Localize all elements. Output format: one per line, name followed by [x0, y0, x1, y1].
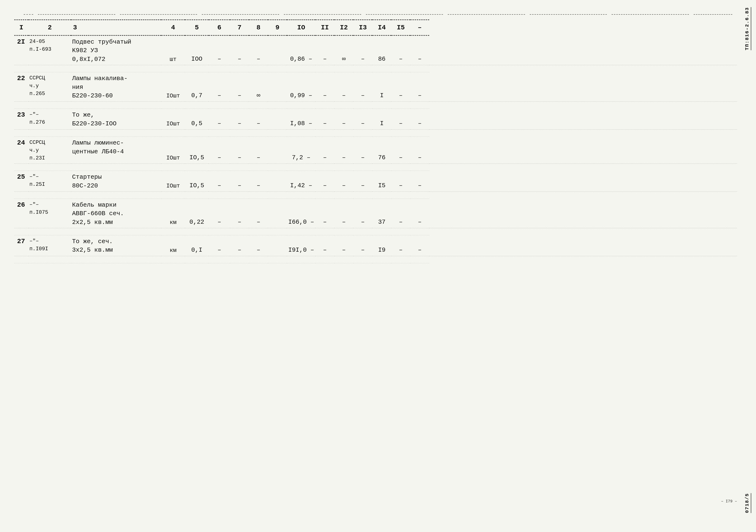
col-header-2: 2 [28, 20, 71, 36]
dash6 [366, 14, 443, 15]
table-row: 23–"–п.276То же,Б220-230-IOOIOшт0,5–––I,… [14, 109, 737, 130]
row-value-col4: 0,22 [185, 199, 209, 228]
col-header-1: I [14, 20, 28, 36]
row-unit: IOшт [161, 72, 185, 102]
row-value-col8 [268, 171, 287, 192]
row-value-col13: I9 [372, 235, 391, 256]
row-value-col5: – [209, 171, 230, 192]
row-value-col15: – [410, 171, 429, 192]
row-value-col15: – [410, 137, 429, 164]
col-header-8: 8 [249, 20, 268, 36]
row-value-col14: – [391, 199, 410, 228]
row-unit: IOшт [161, 137, 185, 164]
row-value-col5: – [209, 137, 230, 164]
row-last [429, 171, 737, 192]
col-header-9: 9 [268, 20, 287, 36]
col-header-4: 4 [161, 20, 185, 36]
row-value-col10: – [315, 199, 334, 228]
row-value-col12: – [353, 171, 372, 192]
row-value-col5: – [209, 199, 230, 228]
col-header-5: 5 [185, 20, 209, 36]
row-value-col10: – [315, 72, 334, 102]
row-value-col7: ∞ [249, 72, 268, 102]
spacer-row [14, 191, 737, 199]
row-value-col7: – [249, 109, 268, 130]
spacer-row [14, 164, 737, 171]
spacer-row [14, 102, 737, 109]
row-code: 24-05п.I-693 [28, 36, 71, 65]
col-header-10: IO [287, 20, 315, 36]
row-value-col12: – [353, 36, 372, 65]
row-last [429, 109, 737, 130]
row-value-col6: – [230, 36, 249, 65]
table-row: 2I24-05п.I-693Подвес трубчатыйK982 УЗ0,8… [14, 36, 737, 65]
row-value-col5: – [209, 109, 230, 130]
table-row: 25–"–п.25IСтартеры80С-220IOштIO,5–––I,42… [14, 171, 737, 192]
row-value-col13: 86 [372, 36, 391, 65]
row-unit: IOшт [161, 171, 185, 192]
row-value-col12: – [353, 72, 372, 102]
row-value-col6: – [230, 137, 249, 164]
row-last [429, 199, 737, 228]
header-row: I 2 3 4 5 6 7 8 9 IO II I2 I3 I4 I5 – [14, 20, 737, 36]
row-value-col9: I,08 – [287, 109, 315, 130]
row-last [429, 72, 737, 102]
row-value-col11: – [334, 199, 353, 228]
row-value-col6: – [230, 72, 249, 102]
row-value-col5: – [209, 72, 230, 102]
col-header-16: – [410, 20, 429, 36]
table-container: I 2 3 4 5 6 7 8 9 IO II I2 I3 I4 I5 – [14, 19, 737, 263]
dash9 [611, 14, 689, 15]
row-value-col15: – [410, 235, 429, 256]
row-num: 26 [14, 199, 28, 228]
row-value-col12: – [353, 109, 372, 130]
row-value-col10: – [315, 36, 334, 65]
side-label-bottom: 0718/5 [744, 493, 751, 513]
row-code: –"–п.I09I [28, 235, 71, 256]
row-value-col10: – [315, 235, 334, 256]
row-name: То же,Б220-230-IOO [71, 109, 161, 130]
row-value-col5: – [209, 36, 230, 65]
row-value-col7: – [249, 171, 268, 192]
row-value-col6: – [230, 109, 249, 130]
row-value-col13: 76 [372, 137, 391, 164]
row-num: 2I [14, 36, 28, 65]
spacer-row [14, 65, 737, 72]
dash7 [448, 14, 525, 15]
spacer-row [14, 256, 737, 263]
row-code: –"–п.I075 [28, 199, 71, 228]
row-num: 24 [14, 137, 28, 164]
row-num: 23 [14, 109, 28, 130]
row-value-col5: – [209, 235, 230, 256]
row-last [429, 36, 737, 65]
row-value-col11: – [334, 72, 353, 102]
row-value-col10: – [315, 171, 334, 192]
row-value-col4: 0,5 [185, 109, 209, 130]
row-value-col7: – [249, 199, 268, 228]
row-unit: шт [161, 36, 185, 65]
col-header-13: I3 [353, 20, 372, 36]
dash10 [694, 14, 732, 15]
top-dashes [14, 14, 737, 15]
row-value-col14: – [391, 171, 410, 192]
row-value-col11: – [334, 109, 353, 130]
row-value-col10: – [315, 109, 334, 130]
row-num: 25 [14, 171, 28, 192]
dash2 [38, 14, 115, 15]
row-value-col9: 0,86 – [287, 36, 315, 65]
dash8 [530, 14, 607, 15]
row-value-col14: – [391, 137, 410, 164]
row-value-col8 [268, 72, 287, 102]
row-value-col12: – [353, 137, 372, 164]
table-row: 27–"–п.I09IТо же, сеч.3х2,5 кв.ммкм0,I––… [14, 235, 737, 256]
row-value-col13: I [372, 72, 391, 102]
row-last [429, 235, 737, 256]
page: ТП:816-2.6.83 I 2 3 4 5 6 7 8 9 IO II I2… [0, 0, 756, 532]
row-value-col6: – [230, 235, 249, 256]
row-num: 22 [14, 72, 28, 102]
row-name: Стартеры80С-220 [71, 171, 161, 192]
dash5 [284, 14, 361, 15]
row-value-col6: – [230, 171, 249, 192]
row-value-col7: – [249, 36, 268, 65]
row-last [429, 137, 737, 164]
